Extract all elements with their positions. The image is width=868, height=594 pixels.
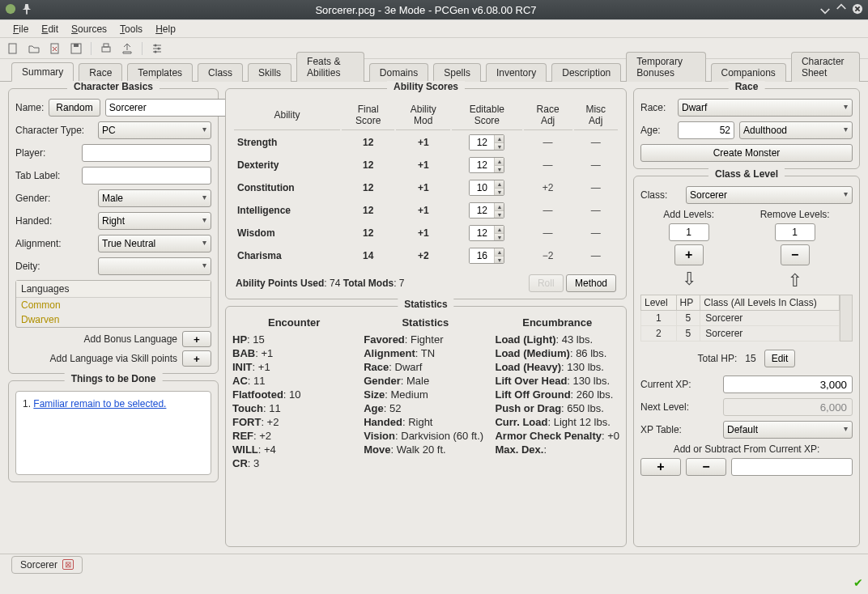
skill-language-add-button[interactable]: + bbox=[182, 350, 211, 367]
tab-race[interactable]: Race bbox=[79, 63, 122, 82]
ability-raceadj: — bbox=[524, 155, 572, 176]
close-character-icon[interactable]: ⊠ bbox=[62, 559, 74, 570]
remove-levels-input[interactable] bbox=[775, 223, 815, 241]
level-row[interactable]: 15Sorcerer bbox=[641, 311, 840, 326]
alignment-select[interactable]: True Neutral bbox=[98, 235, 211, 252]
stat-line: Touch: 11 bbox=[232, 402, 355, 414]
close-file-icon[interactable] bbox=[49, 42, 62, 55]
tab-temporary-bonuses[interactable]: Temporary Bonuses bbox=[626, 52, 705, 82]
window-title: Sorcerer.pcg - 3e Mode - PCGen v6.08.00 … bbox=[32, 4, 819, 16]
menu-help[interactable]: Help bbox=[149, 22, 182, 36]
tab-inventory[interactable]: Inventory bbox=[486, 63, 547, 82]
level-row[interactable]: 25Sorcerer bbox=[641, 326, 840, 342]
ability-raceadj: — bbox=[524, 200, 572, 221]
menu-edit[interactable]: Edit bbox=[35, 22, 65, 36]
ability-miscadj: — bbox=[574, 155, 618, 176]
tab-spells[interactable]: Spells bbox=[433, 63, 481, 82]
character-basics-title: Character Basics bbox=[67, 81, 160, 92]
language-item[interactable]: Dwarven bbox=[16, 312, 211, 327]
tab-description[interactable]: Description bbox=[551, 63, 621, 82]
stat-line: Race: Dwarf bbox=[364, 361, 487, 373]
add-levels-input[interactable] bbox=[669, 223, 709, 241]
ability-spinner[interactable]: ▲▼ bbox=[469, 225, 504, 241]
character-tab[interactable]: Sorcerer ⊠ bbox=[11, 556, 83, 574]
menubar: File Edit Sources Tools Help bbox=[0, 20, 868, 38]
ability-spinner[interactable]: ▲▼ bbox=[469, 202, 504, 219]
ability-name: Wisdom bbox=[234, 223, 340, 244]
remove-level-button[interactable]: − bbox=[781, 244, 810, 265]
print-icon[interactable] bbox=[100, 42, 113, 55]
chartype-select[interactable]: PC bbox=[98, 121, 211, 139]
xptable-select[interactable]: Default bbox=[723, 421, 853, 439]
race-panel-title: Race bbox=[729, 81, 765, 92]
preferences-icon[interactable] bbox=[151, 42, 164, 55]
xp-add-button[interactable]: + bbox=[640, 458, 681, 476]
stat-line: Favored: Fighter bbox=[364, 333, 487, 346]
save-icon[interactable] bbox=[70, 42, 83, 55]
tab-summary[interactable]: Summary bbox=[11, 62, 74, 82]
tab-skills[interactable]: Skills bbox=[248, 63, 291, 82]
ability-mod: +1 bbox=[396, 223, 450, 244]
age-stage-select[interactable]: Adulthood bbox=[739, 121, 853, 139]
new-icon[interactable] bbox=[6, 42, 19, 55]
ability-table: AbilityFinalScoreAbilityModEditableScore… bbox=[232, 99, 619, 268]
close-icon[interactable] bbox=[852, 3, 863, 17]
class-select[interactable]: Sorcerer bbox=[686, 186, 853, 204]
random-button[interactable]: Random bbox=[49, 99, 100, 117]
name-input[interactable] bbox=[105, 99, 235, 117]
tab-feats-abilities[interactable]: Feats & Abilities bbox=[296, 52, 364, 82]
maximize-icon[interactable] bbox=[836, 3, 847, 17]
tablabel-input[interactable] bbox=[82, 167, 211, 185]
ability-scores-title: Ability Scores bbox=[387, 81, 465, 92]
player-input[interactable] bbox=[82, 144, 211, 162]
gender-select[interactable]: Male bbox=[98, 189, 211, 207]
deity-select[interactable] bbox=[98, 257, 211, 275]
ability-final: 12 bbox=[342, 200, 395, 221]
tab-class[interactable]: Class bbox=[198, 63, 243, 82]
ability-header: FinalScore bbox=[342, 100, 395, 130]
open-icon[interactable] bbox=[28, 42, 40, 55]
xp-delta-input[interactable] bbox=[731, 458, 853, 476]
ability-spinner[interactable]: ▲▼ bbox=[469, 180, 504, 196]
pin-icon[interactable] bbox=[21, 3, 32, 17]
menu-tools[interactable]: Tools bbox=[113, 22, 149, 36]
minimize-icon[interactable] bbox=[819, 3, 831, 17]
tab-templates[interactable]: Templates bbox=[127, 63, 193, 82]
tab-domains[interactable]: Domains bbox=[369, 63, 428, 82]
stat-line: INIT: +1 bbox=[232, 361, 355, 373]
language-item[interactable]: Common bbox=[16, 298, 211, 312]
tab-companions[interactable]: Companions bbox=[711, 63, 786, 82]
menu-file[interactable]: File bbox=[6, 22, 35, 36]
stat-line: AC: 11 bbox=[232, 375, 355, 387]
thing-link[interactable]: Familiar remain to be selected. bbox=[33, 398, 166, 409]
add-level-button[interactable]: + bbox=[674, 244, 704, 265]
ability-spinner[interactable]: ▲▼ bbox=[469, 134, 504, 151]
bonus-language-add-button[interactable]: + bbox=[182, 331, 211, 347]
ability-header: AbilityMod bbox=[396, 100, 450, 130]
method-button[interactable]: Method bbox=[566, 274, 616, 292]
age-input[interactable] bbox=[678, 121, 734, 139]
ability-spinner[interactable]: ▲▼ bbox=[469, 157, 504, 173]
export-icon[interactable] bbox=[121, 42, 134, 55]
svg-point-0 bbox=[6, 3, 15, 13]
age-label: Age: bbox=[640, 125, 673, 136]
tab-character-sheet[interactable]: Character Sheet bbox=[791, 52, 860, 82]
levels-scrollbar[interactable] bbox=[840, 295, 853, 342]
encounter-header: Encounter bbox=[232, 316, 355, 329]
create-monster-button[interactable]: Create Monster bbox=[640, 144, 853, 162]
menu-sources[interactable]: Sources bbox=[65, 22, 113, 36]
race-select[interactable]: Dwarf bbox=[678, 99, 853, 117]
stat-line: Lift Over Head: 130 lbs. bbox=[495, 375, 619, 387]
svg-rect-7 bbox=[104, 44, 108, 47]
ability-header: MiscAdj bbox=[574, 100, 618, 130]
edit-hp-button[interactable]: Edit bbox=[764, 350, 796, 367]
status-ok-icon: ✔ bbox=[853, 576, 863, 589]
roll-button: Roll bbox=[529, 274, 564, 292]
current-xp-input[interactable] bbox=[723, 375, 853, 393]
ability-miscadj: — bbox=[574, 245, 618, 266]
stat-line: Vision: Darkvision (60 ft.) bbox=[364, 430, 487, 442]
ability-raceadj: — bbox=[524, 132, 572, 153]
ability-spinner[interactable]: ▲▼ bbox=[469, 248, 504, 264]
handed-select[interactable]: Right bbox=[98, 212, 211, 230]
xp-sub-button[interactable]: − bbox=[686, 458, 726, 476]
